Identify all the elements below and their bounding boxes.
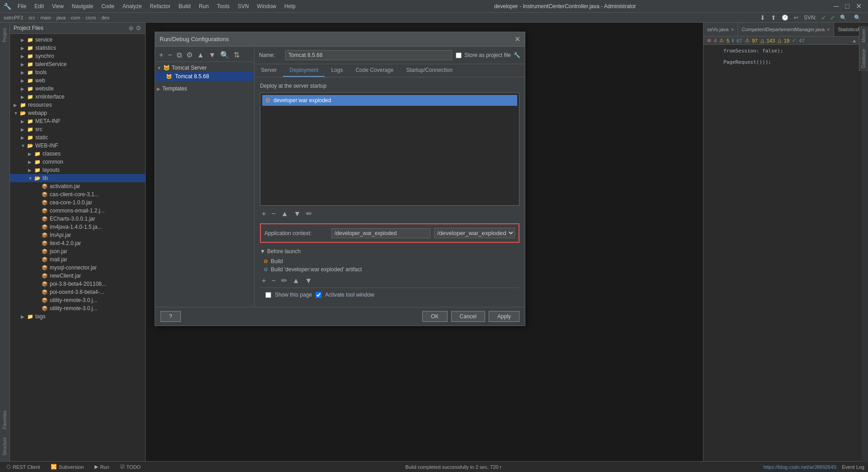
bl-remove-btn[interactable]: −	[269, 275, 277, 286]
menu-edit[interactable]: Edit	[31, 2, 47, 10]
tab-deployment[interactable]: Deployment	[283, 64, 325, 77]
maximize-btn[interactable]: □	[842, 2, 852, 10]
tree-item-classes[interactable]: ▶ 📁 classes	[10, 150, 145, 158]
vtab-favorites[interactable]: Favorites	[1, 407, 9, 433]
svn-commit-icon[interactable]: ⬆	[769, 14, 778, 21]
database-icon[interactable]: Database	[860, 48, 867, 69]
search-everywhere-icon[interactable]: 🔍	[850, 14, 864, 21]
tree-item-metainf[interactable]: ▶ 📁 META-INF	[10, 117, 145, 125]
tab-code-coverage[interactable]: Code Coverage	[349, 64, 400, 77]
bc-project[interactable]: sstrcPF2	[4, 15, 23, 20]
sidebar-new-icon[interactable]: ⊕	[128, 24, 134, 32]
menu-refactor[interactable]: Refactor	[146, 2, 174, 10]
ok-btn[interactable]: OK	[422, 311, 447, 322]
tree-item-utility2[interactable]: ▶ 📦 utility-remote-3.0.j...	[10, 304, 145, 312]
show-page-checkbox[interactable]	[265, 292, 271, 298]
tree-item-tags[interactable]: ▶ 📁 tags	[10, 312, 145, 321]
tree-item-poi-ooxml[interactable]: ▶ 📦 poi-ooxml-3.8-beta4-...	[10, 288, 145, 296]
deploy-edit-btn[interactable]: ✏	[304, 208, 314, 219]
tree-item-tools[interactable]: ▶ 📁 tools	[10, 68, 145, 76]
bl-up-btn[interactable]: ▲	[291, 275, 302, 286]
tree-item-poi[interactable]: ▶ 📦 poi-3.8-beta4-201108...	[10, 280, 145, 288]
deploy-add-btn[interactable]: +	[260, 208, 268, 219]
tree-item-mail[interactable]: ▶ 📦 mail.jar	[10, 255, 145, 264]
tab-server[interactable]: Server	[255, 64, 283, 77]
tree-item-common[interactable]: ▶ 📁 common	[10, 158, 145, 166]
deploy-down-btn[interactable]: ▼	[292, 208, 303, 219]
config-search-btn[interactable]: 🔍	[219, 50, 231, 60]
config-tomcat-group[interactable]: ▼ 🐱 Tomcat Server	[155, 64, 254, 72]
config-down-btn[interactable]: ▼	[208, 51, 217, 60]
tree-item-mysql[interactable]: ▶ 📦 mysql-connector.jar	[10, 264, 145, 272]
tree-item-service[interactable]: ▶ 📁 service	[10, 36, 145, 44]
tree-item-im4java[interactable]: ▶ 📦 im4java-1.4.0-1.5.ja...	[10, 223, 145, 231]
maven-icon[interactable]: Maven	[860, 28, 867, 43]
tab-startup[interactable]: Startup/Connection	[400, 64, 459, 77]
menu-file[interactable]: File	[14, 2, 30, 10]
question-btn[interactable]: ?	[160, 311, 181, 322]
bl-edit-btn[interactable]: ✏	[279, 275, 289, 286]
tree-item-static[interactable]: ▶ 📁 static	[10, 133, 145, 142]
tree-item-newclient[interactable]: ▶ 📦 newClient.jar	[10, 272, 145, 280]
tree-item-web[interactable]: ▶ 📁 web	[10, 76, 145, 85]
config-remove-btn[interactable]: −	[166, 51, 173, 60]
event-log-label[interactable]: Event Log	[842, 464, 864, 470]
menu-help[interactable]: Help	[281, 2, 299, 10]
menu-code[interactable]: Code	[98, 2, 118, 10]
apply-btn[interactable]: Apply	[489, 311, 519, 322]
tree-item-webinf[interactable]: ▼ 📂 WEB-INF	[10, 142, 145, 150]
activate-tool-window-checkbox[interactable]	[316, 292, 321, 298]
menu-build[interactable]: Build	[175, 2, 194, 10]
todo-btn[interactable]: ☑ TODO	[118, 463, 144, 471]
svn-revert-icon[interactable]: ↩	[792, 14, 800, 21]
store-as-project-checkbox[interactable]	[456, 52, 462, 58]
config-item-tomcat[interactable]: 🐱 Tomcat 8.5.68	[155, 72, 254, 81]
config-copy-btn[interactable]: ⧉	[175, 51, 183, 60]
tree-item-synchro[interactable]: ▶ 📁 synchro	[10, 52, 145, 60]
config-templates-group[interactable]: ▶ Templates	[155, 85, 254, 93]
tree-item-utility1[interactable]: ▶ 📦 utility-remote-3.0.j...	[10, 296, 145, 304]
config-sort-btn[interactable]: ⇅	[232, 50, 241, 60]
expand-code-icon[interactable]: ▲	[852, 38, 857, 43]
rest-client-btn[interactable]: ⬡ REST Client	[4, 463, 42, 471]
bl-add-btn[interactable]: +	[260, 275, 268, 286]
tree-item-cea[interactable]: ▶ 📦 cea-core-1.0.0.jar	[10, 198, 145, 207]
dialog-name-input[interactable]	[285, 50, 452, 60]
svn-checkmark-icon[interactable]: ✓	[820, 14, 827, 21]
bc-dev[interactable]: dev	[101, 15, 109, 20]
app-context-dropdown[interactable]: /developer_war_exploded	[434, 228, 515, 238]
config-add-btn[interactable]: +	[158, 51, 165, 60]
right-tab-sevo-close[interactable]: ✕	[731, 27, 734, 32]
cancel-btn[interactable]: Cancel	[451, 311, 485, 322]
menu-svn[interactable]: SVN	[234, 2, 253, 10]
tab-logs[interactable]: Logs	[325, 64, 349, 77]
minimize-btn[interactable]: ─	[831, 2, 841, 10]
right-tab-sevo[interactable]: seVo.java ✕	[703, 23, 738, 36]
bc-main[interactable]: main	[40, 15, 51, 20]
vtab-project[interactable]: Project	[1, 24, 9, 46]
sidebar-gear-icon[interactable]: ⚙	[136, 24, 142, 32]
bc-cicro[interactable]: cicro	[85, 15, 96, 20]
tree-item-statistics[interactable]: ▶ 📁 statistics	[10, 44, 145, 52]
tree-item-activation[interactable]: ▶ 📦 activation.jar	[10, 182, 145, 190]
vtab-structure[interactable]: Structure	[1, 434, 9, 459]
menu-view[interactable]: View	[48, 2, 67, 10]
right-tab-competent[interactable]: CompetentDepartementManager.java ✕	[738, 23, 834, 36]
tree-item-talentservice[interactable]: ▶ 📁 talentService	[10, 60, 145, 68]
tree-item-layouts[interactable]: ▶ 📁 layouts	[10, 166, 145, 174]
menu-navigate[interactable]: Navigate	[68, 2, 97, 10]
tree-item-cas[interactable]: ▶ 📦 cas-client-core-3.1...	[10, 190, 145, 198]
tree-item-itext[interactable]: ▶ 📦 itext-4.2.0.jar	[10, 239, 145, 247]
tree-item-echarts[interactable]: ▶ 📦 ECharts-3.0.0.1.jar	[10, 215, 145, 223]
tree-item-xmlinterface[interactable]: ▶ 📁 xmlinterface	[10, 93, 145, 101]
menu-window[interactable]: Window	[253, 2, 280, 10]
before-launch-header[interactable]: ▼ Before launch	[260, 248, 519, 255]
config-settings-btn[interactable]: ⚙	[185, 50, 194, 60]
right-tab-competent-close[interactable]: ✕	[826, 27, 830, 32]
menu-run[interactable]: Run	[195, 2, 212, 10]
bc-java[interactable]: java	[57, 15, 66, 20]
config-up-btn[interactable]: ▲	[196, 51, 206, 60]
deploy-up-btn[interactable]: ▲	[279, 208, 290, 219]
menu-tools[interactable]: Tools	[213, 2, 233, 10]
dialog-close-btn[interactable]: ✕	[514, 35, 520, 43]
